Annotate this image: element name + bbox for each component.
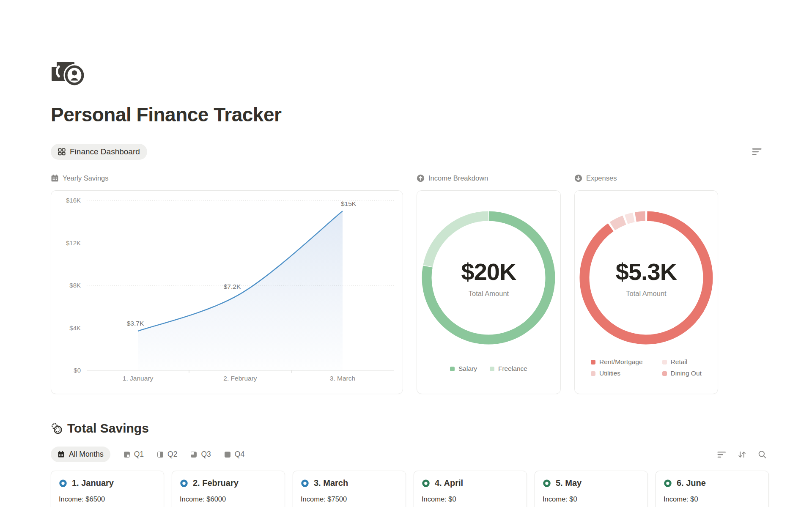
coins-icon [51,423,63,434]
income-donut-center: $20K Total Amount [421,210,556,345]
month-card[interactable]: 6. JuneIncome: $0 [656,471,769,507]
legend-swatch [591,371,595,376]
tab-q4[interactable]: Q4 [225,450,244,459]
month-card[interactable]: 3. MarchIncome: $7500 [293,471,406,507]
month-income: Income: $0 [543,495,640,503]
tab-q2[interactable]: Q2 [157,450,177,459]
charts-row: Yearly Savings $0$4K$8K$12K$16K1. Januar… [51,173,718,394]
area-fill [138,211,343,370]
month-cards-grid: 1. JanuaryIncome: $65002. FebruaryIncome… [51,471,769,507]
month-card[interactable]: 1. JanuaryIncome: $6500 [51,471,164,507]
search-icon [758,450,767,459]
legend-label: Salary [458,365,477,373]
tab-all-months[interactable]: All Months [51,447,110,462]
y-tick-label: $0 [74,367,81,374]
arrow-down-circle-icon [574,174,582,182]
legend-item: Retail [662,358,702,366]
table-actions [717,450,767,459]
record-ring-icon [543,479,551,488]
sort-button[interactable] [738,450,746,459]
legend-label: Rent/Mortgage [599,358,643,366]
x-category-label: 2. February [223,375,257,382]
search-button[interactable] [758,450,767,459]
quarter-1-icon [124,452,130,458]
expenses-section: Expenses $5.3K Total Amount Rent/Mortgag… [574,173,718,394]
months-tabs-row: All Months Q1 Q2 Q3 Q4 [51,447,769,462]
yearly-savings-header: Yearly Savings [51,173,403,183]
expenses-card: $5.3K Total Amount Rent/MortgageUtilitie… [574,190,718,394]
yearly-savings-section: Yearly Savings $0$4K$8K$12K$16K1. Januar… [51,173,403,394]
income-total-sublabel: Total Amount [469,290,509,298]
expenses-legend: Rent/MortgageUtilitiesRetailDining Out [591,358,702,377]
month-card-title: 6. June [664,478,761,488]
x-category-label: 3. March [330,375,355,382]
expenses-donut: $5.3K Total Amount [579,210,714,345]
legend-swatch [662,371,667,376]
dashboard-icon [58,148,66,156]
page-content: Personal Finance Tracker Finance Dashboa… [0,0,718,507]
tab-q3[interactable]: Q3 [191,450,211,459]
tab-label: Q2 [167,450,177,459]
y-tick-label: $4K [69,324,81,332]
expenses-total-sublabel: Total Amount [626,290,666,298]
tab-label: Q4 [235,450,244,459]
month-card[interactable]: 2. FebruaryIncome: $6000 [172,471,285,507]
record-ring-icon [664,479,672,488]
y-tick-label: $16K [66,197,81,204]
legend-label: Utilities [599,370,620,377]
calendar-icon [51,174,59,182]
legend-swatch [450,367,455,371]
record-ring-icon [180,479,188,488]
x-category-label: 1. January [123,375,154,382]
month-label: 6. June [677,478,706,488]
filter-button[interactable] [717,450,726,459]
legend-item: Salary [450,365,477,373]
view-toolbar: Finance Dashboard [51,144,769,160]
income-donut: $20K Total Amount [421,210,556,345]
arrow-up-circle-icon [417,174,425,182]
income-breakdown-section: Income Breakdown $20K Total Amount Salar… [417,173,561,394]
calendar-icon [58,451,65,458]
total-savings-title: Total Savings [67,421,149,436]
money-icon [51,58,86,86]
point-label: $3.7K [127,320,144,327]
expenses-header: Expenses [574,173,718,183]
month-card[interactable]: 5. MayIncome: $0 [535,471,648,507]
quarter-4-icon [225,452,230,458]
chart-title: Income Breakdown [428,174,488,182]
legend-label: Dining Out [671,370,702,377]
point-label: $7.2K [224,283,241,290]
filter-button[interactable] [752,147,762,156]
view-tab-label: Finance Dashboard [70,147,140,156]
legend-item: Rent/Mortgage [591,358,643,366]
income-legend: SalaryFreelance [450,365,527,373]
month-income: Income: $7500 [301,495,398,503]
y-tick-label: $12K [66,239,81,247]
yearly-savings-plot: $0$4K$8K$12K$16K1. January2. February3. … [51,191,403,394]
tab-q1[interactable]: Q1 [124,450,144,459]
legend-item: Dining Out [662,370,702,377]
expenses-total: $5.3K [616,258,677,285]
month-income: Income: $0 [664,495,761,503]
tab-label: Q3 [201,450,211,459]
month-label: 2. February [193,478,239,488]
month-card-title: 4. April [422,478,519,488]
month-card-title: 3. March [301,478,398,488]
month-card-title: 2. February [180,478,277,488]
month-card[interactable]: 4. AprilIncome: $0 [414,471,527,507]
month-label: 3. March [314,478,348,488]
legend-swatch [662,360,667,364]
view-tab-finance-dashboard[interactable]: Finance Dashboard [51,144,147,160]
legend-label: Retail [671,358,688,366]
month-label: 1. January [72,478,114,488]
record-ring-icon [301,479,309,488]
legend-swatch [490,367,494,371]
month-income: Income: $0 [422,495,519,503]
app: { "header": { "icon": "money-icon", "tit… [0,0,812,507]
month-card-title: 1. January [59,478,156,488]
record-ring-icon [59,479,67,488]
filter-icon [717,450,726,459]
point-label: $15K [341,200,357,207]
record-ring-icon [422,479,430,488]
legend-swatch [591,360,595,364]
